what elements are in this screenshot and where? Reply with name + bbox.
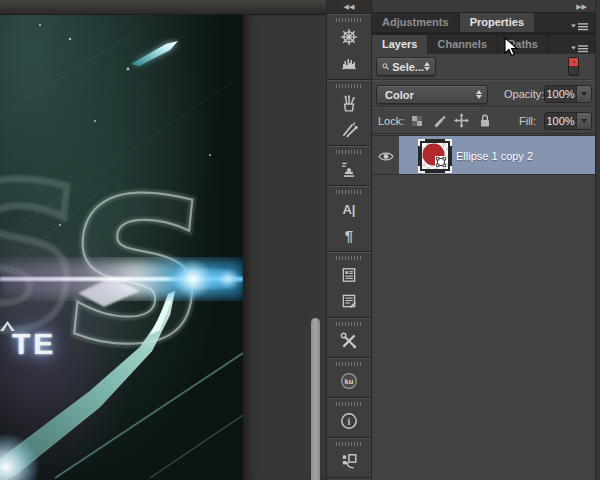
group-drag-handle[interactable] [336,442,362,446]
character-panel-button[interactable]: A| [327,196,371,222]
layer-row[interactable]: Ellipse 1 copy 2 [372,135,595,175]
lock-row: Lock: [372,107,595,134]
group-drag-handle[interactable] [336,362,362,366]
paragraph-styles-panel-button[interactable] [327,288,371,314]
blend-mode-dropdown[interactable]: Color [376,85,488,104]
dock-edge [595,0,600,480]
layer-thumbnail[interactable] [418,139,452,173]
blend-mode-row: Color Opacity: 100% [372,80,595,107]
opacity-dropdown-button[interactable] [576,86,591,102]
tab-adjustments[interactable]: Adjustments [372,13,460,32]
selection-bracket [445,139,452,146]
layer-visibility-toggle[interactable] [372,136,399,176]
kuler-panel-button[interactable]: ku [327,368,371,394]
lock-pixels-button[interactable] [432,114,446,128]
padlock-icon [481,115,489,126]
brushes-icon [340,120,358,138]
layers-tab-bar: Layers Channels Paths [372,35,595,54]
opacity-value[interactable]: 100% [545,86,576,102]
clone-source-icon [340,160,358,178]
character-styles-panel-button[interactable] [327,262,371,288]
paragraph-panel-button[interactable]: ¶ [327,222,371,248]
lens-flare [0,259,243,299]
opacity-label: Opacity: [504,88,544,100]
group-drag-handle[interactable] [336,18,362,22]
tab-paths[interactable]: Paths [498,35,549,54]
info-glyph: i [348,416,351,427]
down-arrow-icon [581,92,587,96]
filter-kind-value: Sele... [392,61,424,73]
character-icon: A| [342,203,355,216]
group-drag-handle[interactable] [336,150,362,154]
panel-group-2 [327,80,371,146]
layer-comps-panel-button[interactable] [327,448,371,474]
move-arrows-icon [454,113,469,128]
double-left-arrow-icon: ◀◀ [344,3,355,10]
properties-tab-bar: Adjustments Properties [372,13,595,35]
navigator-panel-button[interactable] [327,24,371,50]
kuler-label: ku [345,377,354,386]
ship-wheel-icon [340,28,358,46]
tool-presets-panel-button[interactable] [327,90,371,116]
layer-name[interactable]: Ellipse 1 copy 2 [456,136,533,176]
panel-dock: ▶▶ Adjustments Properties Layers Channel… [372,0,600,480]
blend-mode-value: Color [385,89,414,101]
lock-transparency-button[interactable] [410,114,424,128]
photoshop-window: S S S S [0,0,600,480]
group-drag-handle[interactable] [336,84,362,88]
collapse-panels-button[interactable]: ▶▶ [372,0,595,13]
panel-group-1 [327,14,371,80]
artwork: S S S S [0,15,243,480]
lock-all-button[interactable] [478,113,492,128]
opacity-control[interactable]: 100% [544,85,592,103]
up-down-arrows-icon [476,90,482,99]
filter-kind-dropdown[interactable]: Sele... [376,57,436,76]
canvas-vertical-scrollbar[interactable] [311,318,320,480]
selection-bracket [418,166,425,173]
fill-label: Fill: [519,115,536,127]
search-icon [382,61,389,72]
fill-dropdown-button[interactable] [576,113,591,129]
tab-properties[interactable]: Properties [460,13,534,32]
tab-channels[interactable]: Channels [427,35,498,54]
lock-position-button[interactable] [454,113,469,128]
down-arrow-icon [581,119,587,123]
panel-menu-icon [571,44,589,54]
group-drag-handle[interactable] [336,256,362,260]
group-drag-handle[interactable] [336,190,362,194]
brush-cup-icon [340,94,358,112]
layer-filter-toggle[interactable] [568,57,579,76]
tab-layers[interactable]: Layers [372,35,427,54]
layer-comps-icon [340,452,358,470]
fill-control[interactable]: 100% [544,112,592,130]
eye-icon [378,151,394,162]
panel-group-5 [327,252,371,318]
tools-extension-panel-button[interactable] [327,328,371,354]
properties-panel-menu-button[interactable] [571,18,589,36]
double-right-arrow-icon: ▶▶ [576,3,587,10]
character-styles-icon [340,266,358,284]
panel-group-8: i [327,398,371,438]
clone-source-panel-button[interactable] [327,156,371,182]
document-canvas[interactable]: S S S S [0,15,243,480]
expand-panels-button[interactable]: ◀◀ [327,0,371,14]
filter-toggle-red-cap [569,58,578,67]
group-drag-handle[interactable] [336,402,362,406]
info-panel-button[interactable]: i [327,408,371,434]
group-drag-handle[interactable] [336,322,362,326]
document-window-bar [0,0,326,15]
brush-panel-button[interactable] [327,116,371,142]
kuler-icon: ku [340,372,358,390]
panel-group-3 [327,146,371,186]
fill-value[interactable]: 100% [545,113,576,129]
panel-group-7: ku [327,358,371,398]
paragraph-styles-icon [340,292,358,310]
layer-filter-row: Sele... [372,54,595,80]
panel-group-9 [327,438,371,478]
up-down-arrows-icon [424,62,430,71]
lock-label: Lock: [378,115,404,127]
histogram-panel-button[interactable] [327,50,371,76]
brush-icon [435,117,446,128]
panel-group-6 [327,318,371,358]
wrench-screwdriver-icon [340,332,358,350]
